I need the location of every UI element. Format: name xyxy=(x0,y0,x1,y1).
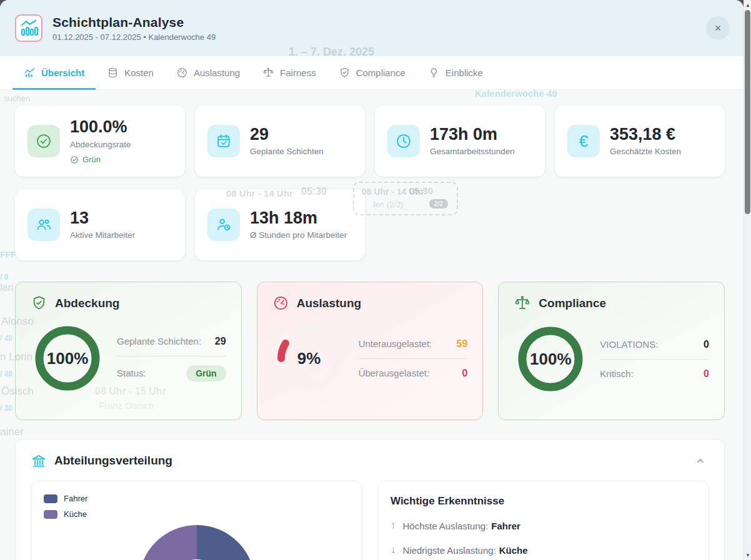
metric-label: VIOLATIONS: xyxy=(600,339,658,350)
panel-auslastung: Auslastung 9% Unterausgelastet: xyxy=(257,282,484,420)
legend-item-fahrer: Fahrer xyxy=(44,494,349,503)
kpi-panels: Abdeckung 100% Geplante Schichten: 29 xyxy=(15,282,725,420)
page-title: Schichtplan-Analyse xyxy=(52,15,216,30)
gauge-icon xyxy=(176,67,188,79)
panel-title: Compliance xyxy=(539,297,606,310)
metric-label: Unterausgelastet: xyxy=(359,338,432,349)
euro-icon: € xyxy=(567,125,600,157)
chart-icon xyxy=(24,67,36,79)
legend-swatch xyxy=(44,494,57,503)
stat-label: Aktive Mitarbeiter xyxy=(70,230,135,241)
insight-lowest: ↓ Niedrigste Auslastung:Küche xyxy=(390,544,696,556)
stat-card-stunden-pro-mitarbeiter: 13h 18m Ø Stunden pro Mitarbeiter xyxy=(195,189,365,260)
stat-card-gesamtstunden: 173h 0m Gesamtarbeitsstunden xyxy=(375,106,545,177)
panel-title: Abdeckung xyxy=(55,297,119,310)
tab-einblicke[interactable]: Einblicke xyxy=(417,56,494,89)
insights-card: Wichtige Erkenntnisse ↑ Höchste Auslastu… xyxy=(377,481,709,560)
arrow-down-icon: ↓ xyxy=(390,544,396,556)
shield-icon xyxy=(339,67,351,79)
metric-value: 0 xyxy=(704,368,709,380)
scrollbar[interactable]: ▲ ▼ xyxy=(744,0,751,560)
tab-auslastung[interactable]: Auslastung xyxy=(165,56,251,89)
tab-bar: Übersicht Kosten Auslastung xyxy=(0,56,744,90)
metric-value: 0 xyxy=(704,339,709,350)
users-icon xyxy=(27,209,60,241)
close-button[interactable]: × xyxy=(706,16,730,40)
check-circle-icon xyxy=(70,155,79,164)
tab-fairness[interactable]: Fairness xyxy=(251,56,327,89)
metric-value: 59 xyxy=(457,338,468,350)
stat-card-aktive-mitarbeiter: 13 Aktive Mitarbeiter xyxy=(15,189,185,260)
panel-compliance: Compliance 100% VIOLATIONS: 0 xyxy=(498,282,725,420)
scale-icon xyxy=(514,295,531,312)
department-chart-card: Fahrer Küche xyxy=(31,481,362,560)
metric-label: Kritisch: xyxy=(600,368,633,379)
scale-icon xyxy=(262,67,274,79)
stat-value: 353,18 € xyxy=(610,125,681,144)
stat-value: 13h 18m xyxy=(250,209,347,228)
section-abteilungsverteilung: Abteilungsverteilung Fahrer xyxy=(15,439,725,560)
analysis-modal: Schichtplan-Analyse 01.12.2025 - 07.12.2… xyxy=(0,0,744,560)
panel-abdeckung: Abdeckung 100% Geplante Schichten: 29 xyxy=(15,282,242,420)
stat-label: Geplante Schichten xyxy=(250,146,324,157)
legend-swatch xyxy=(44,510,57,519)
metric-label: Geplante Schichten: xyxy=(117,336,201,346)
legend-item-kueche: Küche xyxy=(44,509,349,519)
section-title: Abteilungsverteilung xyxy=(54,454,172,468)
stat-label: Ø Stunden pro Mitarbeiter xyxy=(250,230,347,241)
calendar-check-icon xyxy=(207,125,240,157)
date-range-subtitle: 01.12.2025 - 07.12.2025 • Kalenderwoche … xyxy=(52,32,216,42)
stat-value: 100.0% xyxy=(70,118,131,137)
modal-body: 100.0% Abdeckungsrate Grün xyxy=(0,90,744,560)
stat-value: 13 xyxy=(70,209,135,228)
panel-title: Auslastung xyxy=(297,297,361,310)
analysis-chart-icon xyxy=(15,14,42,42)
scroll-down-arrow[interactable]: ▼ xyxy=(744,551,751,559)
insight-highest: ↑ Höchste Auslastung:Fahrer xyxy=(390,519,696,532)
department-donut-chart xyxy=(139,525,255,560)
scrollbar-thumb[interactable] xyxy=(745,10,750,214)
scroll-up-arrow[interactable]: ▲ xyxy=(744,1,751,9)
tab-kosten[interactable]: Kosten xyxy=(96,56,165,89)
abdeckung-donut: 100% xyxy=(31,322,104,395)
metric-value: 29 xyxy=(215,336,226,347)
gauge-icon xyxy=(272,295,289,312)
stat-value: 29 xyxy=(250,125,324,144)
header-text: Schichtplan-Analyse 01.12.2025 - 07.12.2… xyxy=(52,15,216,42)
user-clock-icon xyxy=(207,209,240,241)
stat-value: 173h 0m xyxy=(430,125,515,144)
arrow-up-icon: ↑ xyxy=(390,519,396,532)
stat-card-geplante-schichten: 29 Geplante Schichten xyxy=(195,106,365,177)
shield-check-icon xyxy=(31,295,47,312)
donut-percent: 100% xyxy=(31,322,104,395)
check-circle-icon xyxy=(27,125,60,157)
metric-value: 0 xyxy=(462,368,467,379)
metric-label: Status: xyxy=(117,368,146,378)
stats-grid: 100.0% Abdeckungsrate Grün xyxy=(15,106,725,260)
compliance-donut: 100% xyxy=(514,322,587,396)
stat-card-abdeckungsrate: 100.0% Abdeckungsrate Grün xyxy=(15,106,185,177)
tab-compliance[interactable]: Compliance xyxy=(327,56,417,89)
clock-icon xyxy=(387,125,420,157)
database-icon xyxy=(107,67,119,79)
auslastung-donut: 9% xyxy=(272,322,346,395)
stat-label: Geschätzte Kosten xyxy=(610,146,681,157)
screen: Schichtplan-Analyse 01.12.2025 - 07.12.2… xyxy=(0,0,751,560)
insights-title: Wichtige Erkenntnisse xyxy=(390,495,696,508)
collapse-button[interactable] xyxy=(692,452,709,469)
stat-card-kosten: € 353,18 € Geschätzte Kosten xyxy=(555,106,725,177)
status-pill: Grün xyxy=(186,365,226,381)
close-icon: × xyxy=(715,22,722,34)
donut-percent: 100% xyxy=(514,322,587,396)
stat-label: Gesamtarbeitsstunden xyxy=(430,146,515,157)
stat-label: Abdeckungsrate xyxy=(70,139,131,150)
modal-header: Schichtplan-Analyse 01.12.2025 - 07.12.2… xyxy=(0,0,744,56)
bulb-icon xyxy=(428,67,440,79)
bank-icon xyxy=(31,453,47,469)
tab-uebersicht[interactable]: Übersicht xyxy=(12,56,96,89)
chevron-up-icon xyxy=(694,454,707,467)
metric-label: Überausgelastet: xyxy=(359,368,429,378)
status-badge: Grün xyxy=(70,155,131,164)
donut-percent: 9% xyxy=(272,322,346,395)
